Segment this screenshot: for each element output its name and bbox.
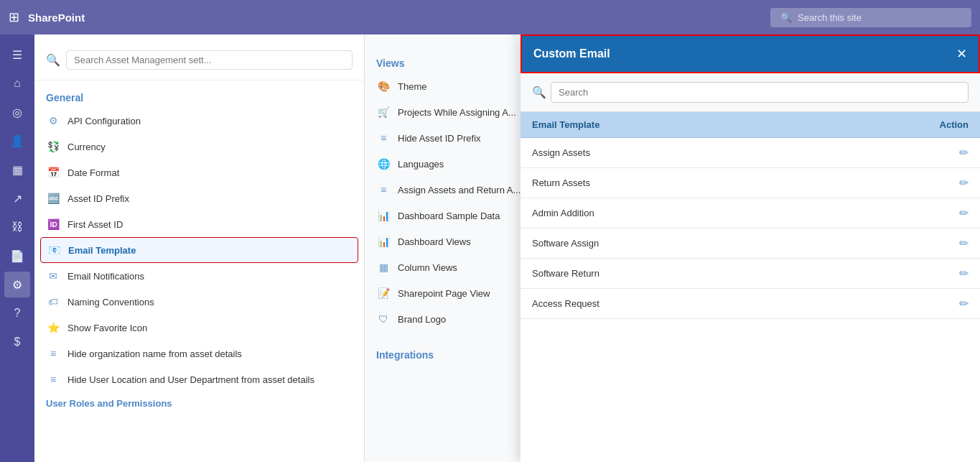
sharepoint-page-view-icon: 📝: [376, 286, 391, 300]
action-cell[interactable]: ✏: [813, 198, 980, 228]
email-template-column-header: Email Template: [521, 112, 813, 138]
general-section-title: General: [34, 86, 364, 108]
settings-item-label: Languages: [398, 159, 539, 170]
template-name: Admin Addition: [521, 198, 813, 228]
settings-item-show-favorite-icon[interactable]: ⭐ Show Favorite Icon: [34, 315, 364, 341]
template-name: Software Assign: [521, 228, 813, 259]
naming-conventions-icon: 🏷: [46, 295, 60, 309]
sidebar-item-people[interactable]: 👤: [4, 128, 30, 154]
sidebar-item-menu[interactable]: ☰: [4, 42, 30, 68]
dashboard-views-icon: 📊: [376, 234, 391, 249]
settings-item-first-asset-id[interactable]: 🆔 First Asset ID: [34, 211, 364, 237]
settings-item-asset-id-prefix[interactable]: 🔤 Asset ID Prefix: [34, 185, 364, 211]
settings-item-label: Assign Assets and Return A...: [398, 185, 539, 195]
settings-item-label: Sharepoint Page View: [398, 288, 539, 299]
show-favorite-icon-icon: ⭐: [46, 320, 60, 335]
settings-search-bar: 🔍: [34, 46, 364, 80]
search-icon: 🔍: [780, 12, 792, 23]
hide-org-name-icon: ≡: [46, 346, 60, 361]
first-asset-id-icon: 🆔: [46, 217, 60, 231]
edit-icon[interactable]: ✏: [959, 267, 969, 279]
settings-item-label: Email Notifications: [67, 271, 353, 282]
table-row: Assign Assets ✏: [521, 138, 980, 168]
settings-search-input[interactable]: [66, 50, 353, 70]
custom-email-search-input[interactable]: [551, 82, 969, 103]
column-views-icon: ▦: [376, 260, 391, 274]
settings-item-label: Dashboard Sample Data: [398, 211, 539, 221]
close-button[interactable]: ✕: [956, 46, 967, 62]
projects-icon: 🛒: [376, 105, 391, 119]
currency-icon: 💱: [46, 139, 60, 154]
edit-icon[interactable]: ✏: [959, 207, 969, 219]
sidebar-item-table[interactable]: ▦: [4, 157, 30, 183]
action-cell[interactable]: ✏: [813, 138, 980, 168]
settings-item-hide-user-location[interactable]: ≡ Hide User Location and User Department…: [34, 366, 364, 392]
custom-email-search-bar: 🔍: [521, 73, 980, 112]
table-row: Software Return ✏: [521, 259, 980, 289]
hide-user-location-icon: ≡: [46, 372, 60, 387]
action-cell[interactable]: ✏: [813, 168, 980, 198]
sidebar-item-chart[interactable]: ↗: [4, 185, 30, 211]
settings-item-label: Date Format: [67, 167, 353, 178]
template-name: Access Request: [521, 289, 813, 319]
settings-item-label: User Roles and Permissions: [46, 398, 353, 409]
settings-item-label: Email Template: [68, 245, 352, 256]
app-title: SharePoint: [28, 11, 85, 24]
api-config-icon: ⚙: [46, 114, 60, 128]
table-row: Software Assign ✏: [521, 228, 980, 259]
settings-item-label: API Configuration: [67, 116, 353, 126]
settings-item-label: First Asset ID: [67, 219, 353, 230]
custom-email-header: Custom Email ✕: [521, 34, 980, 73]
theme-icon: 🎨: [376, 79, 391, 93]
sidebar-item-home[interactable]: ⌂: [4, 70, 30, 96]
action-cell[interactable]: ✏: [813, 259, 980, 289]
sidebar-item-help[interactable]: ?: [4, 300, 30, 326]
languages-icon: 🌐: [376, 157, 391, 171]
grid-icon[interactable]: ⊞: [9, 9, 19, 25]
settings-item-naming-conventions[interactable]: 🏷 Naming Conventions: [34, 289, 364, 315]
edit-icon[interactable]: ✏: [959, 147, 969, 159]
template-name: Software Return: [521, 259, 813, 289]
brand-logo-icon: 🛡: [376, 312, 391, 326]
edit-icon[interactable]: ✏: [959, 237, 969, 249]
settings-item-api-configuration[interactable]: ⚙ API Configuration: [34, 108, 364, 134]
settings-item-label: Projects While Assigning A...: [398, 107, 539, 118]
dashboard-sample-icon: 📊: [376, 208, 391, 223]
email-notifications-icon: ✉: [46, 269, 60, 283]
settings-item-label: Hide User Location and User Department f…: [67, 374, 353, 385]
settings-item-label: Column Views: [398, 262, 539, 273]
settings-item-email-notifications[interactable]: ✉ Email Notifications: [34, 263, 364, 289]
custom-email-panel: Custom Email ✕ 🔍 Email Template Action A…: [521, 34, 980, 462]
settings-item-label: Theme: [398, 81, 539, 92]
sidebar-item-gear[interactable]: ⚙: [4, 272, 30, 297]
sidebar-item-document[interactable]: 📄: [4, 243, 30, 269]
edit-icon[interactable]: ✏: [959, 177, 969, 189]
custom-email-title: Custom Email: [533, 47, 610, 60]
template-name: Return Assets: [521, 168, 813, 198]
settings-item-email-template[interactable]: 📧 Email Template: [40, 237, 358, 263]
action-cell[interactable]: ✏: [813, 289, 980, 319]
settings-item-label: Asset ID Prefix: [67, 193, 353, 204]
action-column-header: Action: [813, 112, 980, 138]
action-cell[interactable]: ✏: [813, 228, 980, 259]
sidebar-item-dollar[interactable]: $: [4, 329, 30, 355]
sidebar-item-link[interactable]: ⛓: [4, 214, 30, 240]
topbar-search-input[interactable]: [798, 12, 961, 23]
email-table-header: Email Template Action: [521, 112, 980, 138]
table-row: Return Assets ✏: [521, 168, 980, 198]
settings-item-currency[interactable]: 💱 Currency: [34, 134, 364, 160]
hide-asset-id-prefix-icon: ≡: [376, 131, 391, 145]
settings-item-date-format[interactable]: 📅 Date Format: [34, 160, 364, 185]
settings-item-label: Show Favorite Icon: [67, 323, 353, 333]
settings-item-label: Naming Conventions: [67, 297, 353, 308]
assign-return-icon: ≡: [376, 183, 391, 197]
settings-item-label: Hide organization name from asset detail…: [67, 348, 353, 359]
asset-id-prefix-icon: 🔤: [46, 191, 60, 205]
sidebar-item-globe[interactable]: ◎: [4, 99, 30, 125]
topbar-search[interactable]: 🔍: [770, 8, 971, 27]
settings-search-icon: 🔍: [46, 53, 60, 67]
settings-item-user-roles[interactable]: User Roles and Permissions: [34, 392, 364, 415]
edit-icon[interactable]: ✏: [959, 297, 969, 310]
custom-search-icon: 🔍: [532, 86, 546, 99]
settings-item-hide-org-name[interactable]: ≡ Hide organization name from asset deta…: [34, 341, 364, 366]
